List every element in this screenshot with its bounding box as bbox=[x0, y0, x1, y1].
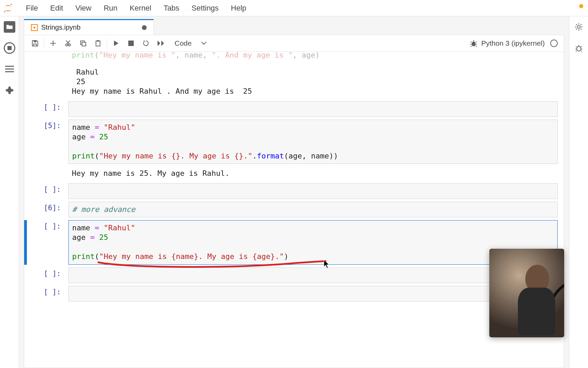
svg-point-7 bbox=[66, 44, 68, 46]
notebook-body: print("Hey my name is ", name, ". And my… bbox=[24, 52, 564, 368]
svg-point-17 bbox=[524, 320, 531, 326]
restart-run-all-button[interactable] bbox=[153, 36, 168, 50]
menu-view[interactable]: View bbox=[69, 2, 97, 15]
svg-rect-2 bbox=[5, 66, 14, 67]
notebook-icon bbox=[31, 24, 38, 31]
svg-point-0 bbox=[11, 4, 12, 5]
execution-prompt: [ ]: bbox=[30, 267, 64, 283]
svg-rect-4 bbox=[5, 71, 14, 72]
svg-rect-12 bbox=[97, 40, 99, 42]
execution-prompt: [ ]: bbox=[30, 286, 64, 302]
property-bar bbox=[569, 16, 588, 368]
output-cell: Rahul 25 Hey my name is Rahul . And my a… bbox=[24, 64, 564, 99]
kernel-label: Python 3 (ipykernel) bbox=[481, 39, 545, 47]
svg-rect-3 bbox=[5, 68, 14, 70]
toc-icon[interactable] bbox=[4, 63, 15, 75]
code-cell-cutoff: print("Hey my name is ", name, ". And my… bbox=[24, 52, 564, 64]
tab-strip: Strings.ipynb bbox=[24, 16, 564, 35]
interrupt-button[interactable] bbox=[124, 36, 138, 50]
execution-prompt: [ ]: bbox=[30, 220, 64, 265]
jupyter-logo bbox=[3, 3, 14, 14]
code-input[interactable] bbox=[68, 267, 558, 283]
svg-point-15 bbox=[577, 26, 580, 28]
code-cell[interactable]: [ ]: bbox=[24, 182, 564, 200]
svg-rect-13 bbox=[128, 41, 134, 46]
output-cell: Hey my name is 25. My age is Rahul. bbox=[24, 165, 564, 182]
output-text: Hey my name is 25. My age is Rahul. bbox=[68, 167, 558, 180]
cut-button[interactable] bbox=[61, 36, 76, 50]
kernel-indicator-icon bbox=[550, 40, 558, 47]
code-input[interactable]: name = "Rahul" age = 25 print("Hey my na… bbox=[68, 120, 558, 164]
copy-button[interactable] bbox=[76, 36, 91, 50]
tab-title: Strings.ipynb bbox=[41, 24, 81, 31]
menu-settings[interactable]: Settings bbox=[185, 2, 225, 15]
execution-prompt: [ ]: bbox=[30, 183, 64, 199]
notebook-scroll[interactable]: print("Hey my name is ", name, ". And my… bbox=[24, 52, 564, 368]
code-input[interactable] bbox=[68, 101, 558, 117]
svg-point-16 bbox=[577, 46, 581, 51]
notebook-toolbar: Code Python 3 (ipykernel) bbox=[24, 35, 564, 52]
code-input[interactable] bbox=[68, 286, 558, 302]
paste-button[interactable] bbox=[91, 36, 105, 50]
folder-icon[interactable] bbox=[4, 21, 15, 33]
debugger-button[interactable] bbox=[466, 36, 481, 50]
svg-point-14 bbox=[472, 42, 476, 46]
activity-bar bbox=[0, 16, 19, 368]
code-cell[interactable]: [5]:name = "Rahul" age = 25 print("Hey m… bbox=[24, 118, 564, 166]
svg-rect-6 bbox=[34, 41, 36, 42]
insert-cell-button[interactable] bbox=[46, 36, 61, 50]
menu-edit[interactable]: Edit bbox=[44, 2, 69, 15]
webcam-overlay bbox=[489, 249, 564, 337]
running-icon[interactable] bbox=[4, 42, 15, 54]
code-cell[interactable]: [6]:# more advance bbox=[24, 200, 564, 219]
code-cell[interactable]: [ ]: bbox=[24, 100, 564, 118]
extensions-icon[interactable] bbox=[4, 85, 15, 96]
svg-rect-11 bbox=[96, 41, 100, 46]
code-cell[interactable]: [ ]: bbox=[24, 266, 564, 285]
svg-rect-5 bbox=[34, 44, 36, 46]
menu-run[interactable]: Run bbox=[98, 2, 124, 15]
execution-prompt: [ ]: bbox=[30, 101, 64, 117]
code-cell[interactable]: [ ]:name = "Rahul" age = 25 print("Hey m… bbox=[24, 219, 564, 266]
code-cell[interactable]: [ ]: bbox=[24, 285, 564, 303]
cell-type-select[interactable]: Code bbox=[175, 39, 207, 47]
menubar: File Edit View Run Kernel Tabs Settings … bbox=[0, 0, 588, 16]
execution-prompt: [5]: bbox=[30, 120, 64, 164]
code-input[interactable]: # more advance bbox=[68, 202, 558, 217]
main-area: Strings.ipynb bbox=[19, 16, 569, 368]
menu-kernel[interactable]: Kernel bbox=[124, 2, 158, 15]
kernel-status[interactable]: Python 3 (ipykernel) bbox=[481, 39, 558, 47]
execution-prompt: [6]: bbox=[30, 202, 64, 217]
window-status-dot bbox=[579, 4, 583, 8]
menu-help[interactable]: Help bbox=[225, 2, 252, 15]
run-button[interactable] bbox=[109, 36, 124, 50]
code-input[interactable] bbox=[68, 183, 558, 199]
chevron-down-icon bbox=[201, 42, 207, 45]
svg-point-1 bbox=[4, 11, 5, 12]
menu-file[interactable]: File bbox=[20, 2, 44, 15]
cell-type-label: Code bbox=[175, 39, 192, 47]
tab-strings-notebook[interactable]: Strings.ipynb bbox=[24, 19, 154, 35]
save-button[interactable] bbox=[28, 36, 43, 50]
svg-rect-10 bbox=[82, 42, 86, 46]
svg-point-8 bbox=[68, 44, 70, 46]
restart-button[interactable] bbox=[138, 36, 153, 50]
debug-icon[interactable] bbox=[573, 42, 585, 54]
output-text: Rahul 25 Hey my name is Rahul . And my a… bbox=[68, 65, 558, 98]
gear-icon[interactable] bbox=[573, 21, 585, 33]
menu-tabs[interactable]: Tabs bbox=[158, 2, 185, 15]
code-input[interactable]: name = "Rahul" age = 25 print("Hey my na… bbox=[68, 220, 558, 265]
unsaved-indicator-icon bbox=[142, 25, 147, 30]
